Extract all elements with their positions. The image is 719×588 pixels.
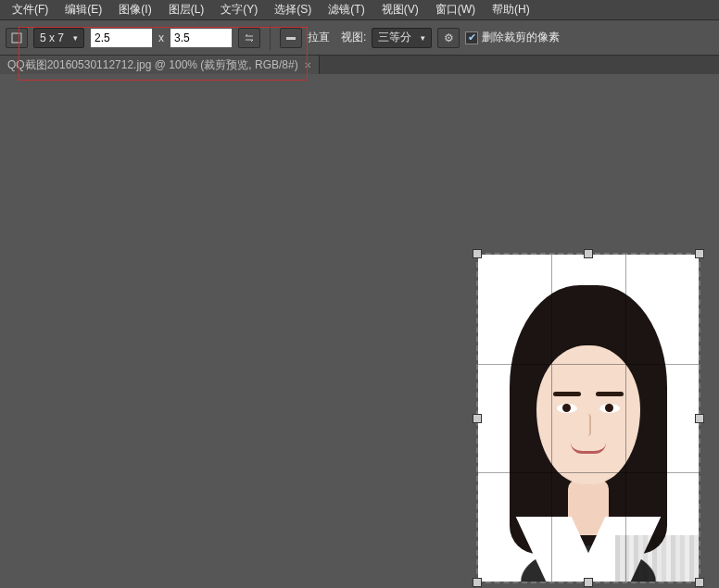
options-bar: 5 x 7 ▾ x 拉直 视图: 三等分 ▾ ⚙ ✔ 删除裁剪的像素	[0, 20, 719, 56]
menu-layer[interactable]: 图层(L)	[160, 0, 213, 19]
crop-handle-top-mid[interactable]	[584, 249, 593, 258]
crop-options-gear-button[interactable]: ⚙	[437, 28, 460, 48]
crop-preview[interactable]	[478, 255, 699, 582]
crop-handle-top-right[interactable]	[695, 249, 704, 258]
view-label: 视图:	[341, 30, 366, 45]
crop-handle-top-left[interactable]	[473, 249, 482, 258]
chevron-down-icon: ▾	[73, 33, 78, 43]
tool-preset-button[interactable]	[6, 28, 28, 48]
menu-view[interactable]: 视图(V)	[373, 0, 427, 19]
swap-dimensions-button[interactable]	[238, 28, 260, 48]
close-icon[interactable]: ✕	[304, 60, 311, 70]
photo-content	[478, 255, 699, 582]
document-tab-title: QQ截图20160530112712.jpg @ 100% (裁剪预览, RGB…	[7, 57, 298, 73]
rule-of-thirds-line	[478, 472, 699, 473]
menu-bar: 文件(F) 编辑(E) 图像(I) 图层(L) 文字(Y) 选择(S) 滤镜(T…	[0, 0, 719, 20]
crop-handle-bottom-mid[interactable]	[584, 578, 593, 587]
svg-rect-1	[286, 37, 296, 40]
straighten-label: 拉直	[308, 30, 330, 45]
crop-handle-bottom-right[interactable]	[695, 578, 704, 587]
crop-height-input[interactable]	[170, 28, 233, 48]
overlay-dropdown[interactable]: 三等分 ▾	[372, 28, 432, 48]
menu-type[interactable]: 文字(Y)	[212, 0, 266, 19]
canvas-area[interactable]	[0, 74, 719, 588]
menu-window[interactable]: 窗口(W)	[427, 0, 484, 19]
menu-edit[interactable]: 编辑(E)	[57, 0, 110, 19]
aspect-ratio-value: 5 x 7	[40, 31, 64, 44]
document-tab[interactable]: QQ截图20160530112712.jpg @ 100% (裁剪预览, RGB…	[0, 56, 320, 74]
rule-of-thirds-line	[478, 364, 699, 365]
straighten-icon[interactable]	[280, 28, 302, 48]
overlay-value: 三等分	[378, 30, 411, 45]
delete-cropped-checkbox[interactable]: ✔ 删除裁剪的像素	[465, 30, 560, 45]
rule-of-thirds-line	[625, 255, 626, 582]
by-label: x	[158, 31, 164, 44]
rule-of-thirds-line	[551, 255, 552, 582]
crop-width-input[interactable]	[90, 28, 153, 48]
delete-cropped-label: 删除裁剪的像素	[482, 30, 560, 45]
checkbox-box: ✔	[465, 31, 478, 44]
aspect-ratio-dropdown[interactable]: 5 x 7 ▾	[33, 28, 84, 48]
menu-select[interactable]: 选择(S)	[266, 0, 320, 19]
menu-file[interactable]: 文件(F)	[4, 0, 57, 19]
crop-handle-bottom-left[interactable]	[473, 578, 482, 587]
chevron-down-icon: ▾	[421, 33, 425, 43]
menu-filter[interactable]: 滤镜(T)	[320, 0, 372, 19]
menu-image[interactable]: 图像(I)	[110, 0, 159, 19]
document-tab-bar: QQ截图20160530112712.jpg @ 100% (裁剪预览, RGB…	[0, 56, 719, 74]
svg-rect-0	[12, 33, 21, 43]
gear-icon: ⚙	[444, 31, 454, 44]
crop-handle-mid-left[interactable]	[473, 414, 482, 423]
menu-help[interactable]: 帮助(H)	[484, 0, 538, 19]
crop-handle-mid-right[interactable]	[695, 414, 704, 423]
